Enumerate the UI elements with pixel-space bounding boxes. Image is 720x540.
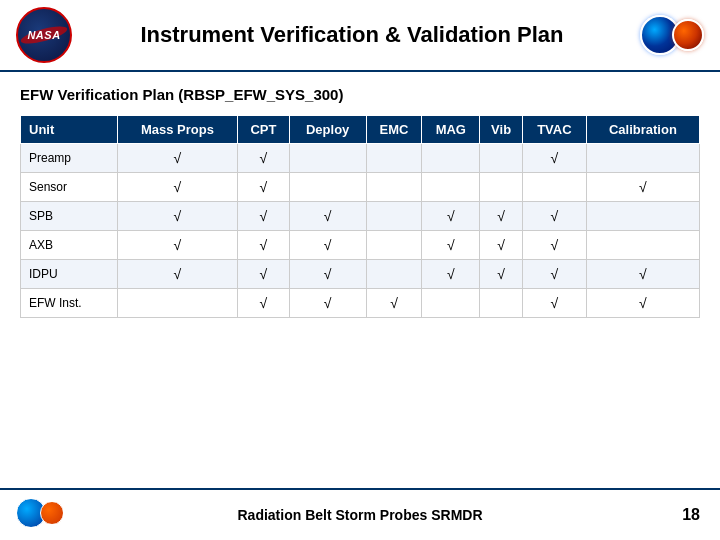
nasa-logo: NASA xyxy=(16,7,72,63)
cell-emc-4 xyxy=(366,260,422,289)
cell-vib-5 xyxy=(480,289,523,318)
col-vib: Vib xyxy=(480,116,523,144)
col-cpt: CPT xyxy=(238,116,289,144)
verification-table: Unit Mass Props CPT Deploy EMC MAG Vib T… xyxy=(20,115,700,318)
cell-unit-5: EFW Inst. xyxy=(21,289,118,318)
cell-mass_props-1: √ xyxy=(117,173,238,202)
page-header: NASA Instrument Verification & Validatio… xyxy=(0,0,720,72)
cell-mass_props-0: √ xyxy=(117,144,238,173)
header-logo-right xyxy=(632,7,704,63)
cell-mag-1 xyxy=(422,173,480,202)
cell-emc-2 xyxy=(366,202,422,231)
main-content: EFW Verification Plan (RBSP_EFW_SYS_300)… xyxy=(0,72,720,326)
footer-text: Radiation Belt Storm Probes SRMDR xyxy=(237,507,482,523)
cell-mag-0 xyxy=(422,144,480,173)
table-row: EFW Inst.√√√√√ xyxy=(21,289,700,318)
col-mass-props: Mass Props xyxy=(117,116,238,144)
cell-unit-3: AXB xyxy=(21,231,118,260)
cell-vib-3: √ xyxy=(480,231,523,260)
cell-calibration-1: √ xyxy=(586,173,699,202)
table-row: Preamp√√√ xyxy=(21,144,700,173)
cell-vib-1 xyxy=(480,173,523,202)
col-mag: MAG xyxy=(422,116,480,144)
cell-calibration-4: √ xyxy=(586,260,699,289)
cell-cpt-5: √ xyxy=(238,289,289,318)
col-unit: Unit xyxy=(21,116,118,144)
cell-mass_props-2: √ xyxy=(117,202,238,231)
cell-calibration-3 xyxy=(586,231,699,260)
cell-tvac-2: √ xyxy=(522,202,586,231)
table-row: SPB√√√√√√ xyxy=(21,202,700,231)
col-emc: EMC xyxy=(366,116,422,144)
cell-unit-1: Sensor xyxy=(21,173,118,202)
cell-tvac-5: √ xyxy=(522,289,586,318)
cell-deploy-2: √ xyxy=(289,202,366,231)
cell-calibration-2 xyxy=(586,202,699,231)
cell-deploy-3: √ xyxy=(289,231,366,260)
cell-deploy-0 xyxy=(289,144,366,173)
footer-logo xyxy=(16,494,76,534)
cell-mass_props-5 xyxy=(117,289,238,318)
page-number: 18 xyxy=(682,506,700,524)
cell-calibration-5: √ xyxy=(586,289,699,318)
table-row: AXB√√√√√√ xyxy=(21,231,700,260)
cell-mag-5 xyxy=(422,289,480,318)
cell-cpt-1: √ xyxy=(238,173,289,202)
cell-unit-0: Preamp xyxy=(21,144,118,173)
cell-tvac-0: √ xyxy=(522,144,586,173)
cell-vib-2: √ xyxy=(480,202,523,231)
cell-deploy-1 xyxy=(289,173,366,202)
cell-emc-1 xyxy=(366,173,422,202)
cell-vib-4: √ xyxy=(480,260,523,289)
cell-tvac-3: √ xyxy=(522,231,586,260)
cell-mag-2: √ xyxy=(422,202,480,231)
cell-mag-3: √ xyxy=(422,231,480,260)
col-tvac: TVAC xyxy=(522,116,586,144)
cell-tvac-1 xyxy=(522,173,586,202)
cell-mass_props-3: √ xyxy=(117,231,238,260)
cell-unit-2: SPB xyxy=(21,202,118,231)
cell-cpt-4: √ xyxy=(238,260,289,289)
cell-deploy-5: √ xyxy=(289,289,366,318)
globe-red-icon xyxy=(672,19,704,51)
cell-mag-4: √ xyxy=(422,260,480,289)
cell-mass_props-4: √ xyxy=(117,260,238,289)
cell-cpt-3: √ xyxy=(238,231,289,260)
cell-cpt-2: √ xyxy=(238,202,289,231)
plan-title: EFW Verification Plan (RBSP_EFW_SYS_300) xyxy=(20,86,700,103)
cell-calibration-0 xyxy=(586,144,699,173)
cell-emc-5: √ xyxy=(366,289,422,318)
footer-globe-red xyxy=(40,501,64,525)
table-header-row: Unit Mass Props CPT Deploy EMC MAG Vib T… xyxy=(21,116,700,144)
cell-unit-4: IDPU xyxy=(21,260,118,289)
page-title: Instrument Verification & Validation Pla… xyxy=(72,22,632,48)
col-calibration: Calibration xyxy=(586,116,699,144)
table-row: IDPU√√√√√√√ xyxy=(21,260,700,289)
cell-emc-0 xyxy=(366,144,422,173)
cell-cpt-0: √ xyxy=(238,144,289,173)
table-row: Sensor√√√ xyxy=(21,173,700,202)
cell-vib-0 xyxy=(480,144,523,173)
page-footer: Radiation Belt Storm Probes SRMDR 18 xyxy=(0,488,720,540)
cell-emc-3 xyxy=(366,231,422,260)
col-deploy: Deploy xyxy=(289,116,366,144)
cell-deploy-4: √ xyxy=(289,260,366,289)
cell-tvac-4: √ xyxy=(522,260,586,289)
